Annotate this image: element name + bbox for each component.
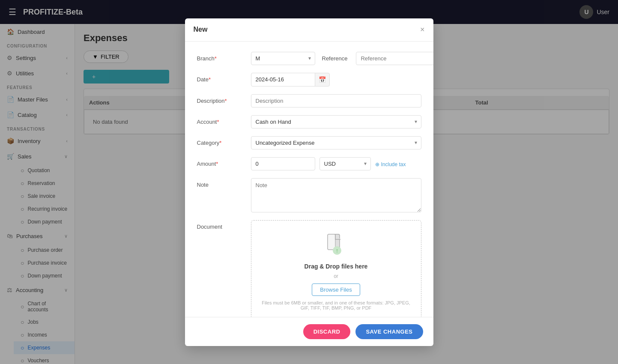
branch-reference-row: Branch* M A B Reference [197, 52, 421, 65]
date-label: Date* [197, 73, 244, 83]
save-changes-button[interactable]: SAVE CHANGES [355, 324, 423, 339]
drag-or-label: or [260, 273, 412, 279]
modal-footer: DISCARD SAVE CHANGES [185, 317, 433, 346]
reference-input[interactable] [356, 52, 433, 65]
note-label: Note [197, 178, 244, 188]
new-expense-modal: New × Branch* M A B [185, 18, 433, 346]
discard-button[interactable]: DISCARD [303, 324, 351, 339]
drag-drop-text: Drag & Drop files here [260, 263, 412, 270]
account-select-wrapper: Cash on Hand Bank Account [251, 115, 421, 128]
branch-select[interactable]: M A B [251, 52, 315, 65]
document-row: Document ↑ Drag & Drop files [197, 220, 421, 317]
document-controls: ↑ Drag & Drop files here or Browse Files… [251, 220, 421, 317]
note-textarea[interactable] [251, 178, 421, 212]
document-label: Document [197, 220, 244, 230]
date-input[interactable] [251, 73, 315, 87]
account-select[interactable]: Cash on Hand Bank Account [251, 115, 421, 128]
note-controls [251, 178, 421, 212]
include-tax-toggle[interactable]: ⊕ Include tax [375, 161, 406, 167]
modal-close-button[interactable]: × [420, 25, 425, 34]
account-label: Account* [197, 115, 244, 125]
file-hint-text: Files must be 6MB or smaller, and in one… [260, 300, 412, 310]
branch-select-wrapper: M A B [251, 52, 315, 65]
description-label: Description* [197, 94, 244, 104]
branch-label: Branch* [197, 52, 244, 62]
reference-label: Reference [322, 55, 348, 62]
modal-header: New × [185, 18, 433, 42]
modal-overlay: New × Branch* M A B [0, 0, 618, 364]
date-picker-button[interactable]: 📅 [315, 73, 330, 87]
date-controls: 📅 [251, 73, 421, 87]
amount-row: Amount* USD EUR GBP [197, 157, 421, 170]
category-row: Category* Uncategorized Expense Office S… [197, 136, 421, 149]
amount-controls: USD EUR GBP ⊕ Include tax [251, 157, 421, 170]
svg-text:↑: ↑ [335, 247, 338, 254]
document-dropzone[interactable]: ↑ Drag & Drop files here or Browse Files… [251, 220, 421, 317]
description-input[interactable] [251, 94, 421, 107]
account-controls: Cash on Hand Bank Account [251, 115, 421, 128]
description-controls [251, 94, 421, 107]
reference-group: Reference [322, 52, 433, 65]
modal-title: New [194, 26, 208, 33]
currency-select[interactable]: USD EUR GBP [319, 157, 371, 170]
include-tax-icon: ⊕ [375, 161, 379, 167]
account-row: Account* Cash on Hand Bank Account [197, 115, 421, 128]
amount-input[interactable] [251, 157, 315, 170]
category-controls: Uncategorized Expense Office Supplies Tr… [251, 136, 421, 149]
modal-body: Branch* M A B Reference [185, 42, 433, 317]
amount-currency-row: USD EUR GBP [251, 157, 371, 170]
description-row: Description* [197, 94, 421, 107]
note-row: Note [197, 178, 421, 212]
document-file-icon: ↑ [260, 233, 412, 260]
category-select-wrapper: Uncategorized Expense Office Supplies Tr… [251, 136, 421, 149]
include-tax-label: Include tax [381, 161, 406, 167]
amount-label: Amount* [197, 157, 244, 167]
category-label: Category* [197, 136, 244, 146]
date-input-wrap: 📅 [251, 73, 330, 87]
date-row: Date* 📅 [197, 73, 421, 87]
currency-select-wrapper: USD EUR GBP [319, 157, 371, 170]
browse-files-button[interactable]: Browse Files [312, 283, 360, 296]
category-select[interactable]: Uncategorized Expense Office Supplies Tr… [251, 136, 421, 149]
branch-controls: M A B [251, 52, 315, 65]
